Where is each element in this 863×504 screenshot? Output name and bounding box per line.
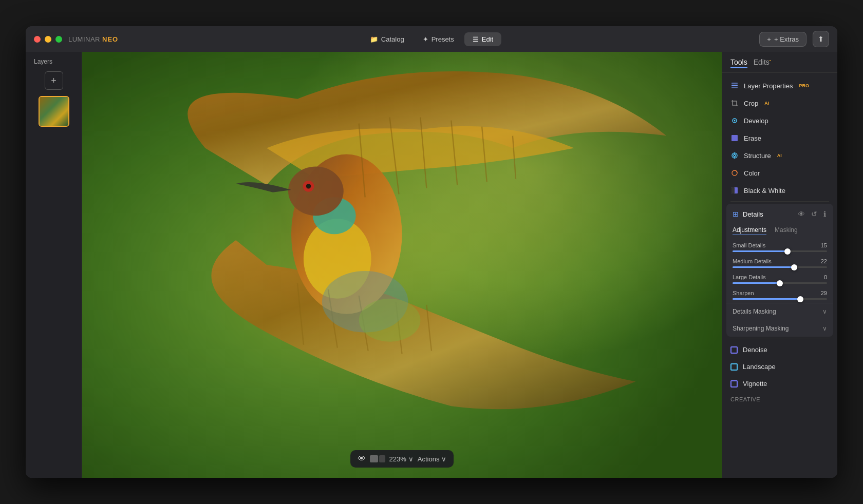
layer-thumbnail[interactable] bbox=[39, 96, 69, 127]
tab-tools[interactable]: Tools bbox=[730, 58, 747, 68]
layers-panel-title: Layers bbox=[26, 58, 52, 65]
details-sub-tabs: Adjustments Masking bbox=[726, 224, 833, 239]
tool-badge-layer-properties: PRO bbox=[799, 83, 809, 88]
add-layer-button[interactable]: + bbox=[45, 71, 63, 90]
svg-point-5 bbox=[288, 166, 344, 216]
tool-item-vignette[interactable]: Vignette bbox=[722, 375, 837, 392]
tool-item-layer-properties[interactable]: Layer Properties PRO bbox=[722, 77, 837, 94]
tool-item-develop[interactable]: Develop bbox=[722, 112, 837, 129]
title-bar: LUMINAR NEO 📁 Catalog ✦ Presets ☰ Edit +… bbox=[26, 26, 837, 52]
visibility-toggle[interactable]: 👁 bbox=[358, 454, 366, 463]
creative-section-label: Creative bbox=[722, 392, 837, 404]
extras-plus-icon: + bbox=[767, 35, 771, 43]
slider-sharpen: Sharpen 29 bbox=[726, 287, 833, 303]
details-icon: ⊞ bbox=[733, 210, 739, 218]
zoom-control[interactable]: 223% ∨ bbox=[389, 455, 414, 463]
large-details-track[interactable] bbox=[733, 282, 827, 284]
sharpening-masking-row[interactable]: Sharpening Masking ∨ bbox=[726, 320, 833, 337]
sharpen-fill bbox=[733, 298, 800, 300]
zoom-chevron-icon: ∨ bbox=[408, 455, 414, 463]
denoise-icon bbox=[730, 346, 738, 354]
tab-edits[interactable]: Edits• bbox=[754, 58, 771, 68]
app-logo: LUMINAR NEO bbox=[68, 35, 118, 43]
tool-label-landscape: Landscape bbox=[743, 363, 776, 371]
small-details-thumb[interactable] bbox=[784, 248, 791, 255]
large-details-thumb[interactable] bbox=[777, 280, 783, 286]
details-info-button[interactable]: ℹ bbox=[822, 209, 827, 219]
add-icon: + bbox=[51, 75, 57, 86]
panel-tabs: Tools Edits• bbox=[730, 58, 771, 68]
slider-small-details: Small Details 15 bbox=[726, 239, 833, 255]
catalog-nav-button[interactable]: 📁 Catalog bbox=[362, 32, 412, 46]
extras-button[interactable]: + + Extras bbox=[759, 32, 806, 47]
details-masking-row[interactable]: Details Masking ∨ bbox=[726, 303, 833, 320]
sharpening-masking-label: Sharpening Masking bbox=[733, 325, 789, 332]
tool-item-landscape[interactable]: Landscape bbox=[722, 358, 837, 375]
tool-label-denoise: Denoise bbox=[743, 346, 767, 354]
svg-rect-12 bbox=[731, 87, 738, 88]
edit-nav-button[interactable]: ☰ Edit bbox=[464, 32, 501, 46]
small-details-track[interactable] bbox=[733, 250, 827, 252]
close-button[interactable] bbox=[34, 36, 41, 43]
small-details-fill bbox=[733, 250, 787, 252]
sub-tab-adjustments[interactable]: Adjustments bbox=[733, 226, 766, 235]
tool-item-erase[interactable]: Erase bbox=[722, 129, 837, 147]
compare-toggle[interactable] bbox=[370, 455, 385, 462]
details-masking-chevron: ∨ bbox=[822, 308, 827, 315]
tool-item-structure[interactable]: Structure AI bbox=[722, 147, 837, 164]
sharpen-track[interactable] bbox=[733, 298, 827, 300]
sub-tab-masking[interactable]: Masking bbox=[775, 226, 798, 235]
details-visibility-button[interactable]: 👁 bbox=[797, 209, 806, 219]
details-reset-button[interactable]: ↺ bbox=[810, 209, 818, 219]
tool-label-crop: Crop bbox=[744, 100, 758, 107]
actions-button[interactable]: Actions ∨ bbox=[418, 455, 447, 463]
main-area: Layers + bbox=[26, 52, 837, 478]
svg-rect-11 bbox=[731, 83, 738, 84]
svg-rect-15 bbox=[731, 135, 738, 141]
crop-icon bbox=[730, 99, 739, 107]
medium-details-track[interactable] bbox=[733, 266, 827, 268]
sharpen-thumb[interactable] bbox=[797, 296, 803, 302]
traffic-lights bbox=[34, 36, 62, 43]
bottom-toolbar: 👁 223% ∨ Actions ∨ bbox=[350, 450, 454, 468]
tool-item-black-white[interactable]: Black & White bbox=[722, 182, 837, 199]
details-header: ⊞ Details 👁 ↺ ℹ bbox=[726, 204, 833, 224]
tool-label-black-white: Black & White bbox=[744, 187, 785, 195]
title-nav: 📁 Catalog ✦ Presets ☰ Edit bbox=[362, 32, 501, 46]
share-icon: ⬆ bbox=[818, 35, 824, 43]
tool-item-crop[interactable]: Crop AI bbox=[722, 94, 837, 112]
small-details-label: Small Details bbox=[733, 242, 765, 248]
maximize-button[interactable] bbox=[55, 36, 62, 43]
canvas-area[interactable]: 👁 223% ∨ Actions ∨ bbox=[82, 52, 722, 478]
details-actions: 👁 ↺ ℹ bbox=[797, 209, 827, 219]
panel-header: Tools Edits• bbox=[722, 52, 837, 73]
share-button[interactable]: ⬆ bbox=[813, 31, 829, 47]
details-section: ⊞ Details 👁 ↺ ℹ Adjustments Masking bbox=[726, 204, 833, 337]
large-details-label: Large Details bbox=[733, 274, 766, 280]
logo-neo-text: NEO bbox=[102, 35, 118, 43]
minimize-button[interactable] bbox=[45, 36, 51, 43]
sharpen-value: 29 bbox=[815, 290, 827, 296]
presets-nav-button[interactable]: ✦ Presets bbox=[415, 32, 462, 46]
compare-box-left bbox=[370, 455, 378, 462]
actions-chevron-icon: ∨ bbox=[441, 455, 446, 463]
erase-icon bbox=[730, 134, 739, 142]
compare-box-right bbox=[379, 455, 385, 462]
tool-item-color[interactable]: Color bbox=[722, 164, 837, 182]
tool-label-develop: Develop bbox=[744, 117, 768, 125]
svg-point-14 bbox=[734, 120, 736, 122]
details-title: Details bbox=[743, 210, 793, 218]
svg-point-17 bbox=[734, 154, 736, 157]
layer-thumb-image bbox=[40, 97, 68, 126]
bw-icon bbox=[730, 186, 739, 195]
medium-details-thumb[interactable] bbox=[791, 264, 797, 270]
layers-panel: Layers + bbox=[26, 52, 82, 478]
slider-large-details: Large Details 0 bbox=[726, 271, 833, 287]
tool-item-denoise[interactable]: Denoise bbox=[722, 341, 837, 358]
app-window: LUMINAR NEO 📁 Catalog ✦ Presets ☰ Edit +… bbox=[26, 26, 837, 478]
small-details-value: 15 bbox=[815, 242, 827, 248]
tool-label-vignette: Vignette bbox=[743, 380, 767, 387]
large-details-fill bbox=[733, 282, 780, 284]
tool-label-color: Color bbox=[744, 169, 760, 177]
structure-icon bbox=[730, 151, 739, 160]
